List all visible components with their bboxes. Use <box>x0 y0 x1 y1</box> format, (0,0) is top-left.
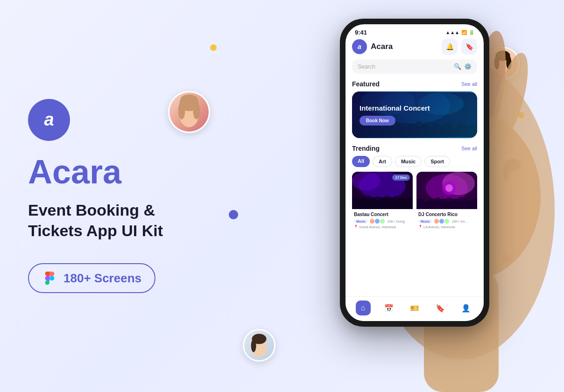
logo-letter: a <box>44 110 54 130</box>
phone-outer: 9:41 ▲▲▲ 📶 🔋 a Acara 🔔 🔖 <box>340 19 489 327</box>
event-attendees-dj: 18K+ Go... <box>434 218 468 224</box>
status-icons: ▲▲▲ 📶 🔋 <box>445 30 474 35</box>
event-info-dj: DJ Concerto Rico Music 18K+ Go... <box>416 209 477 231</box>
svg-point-14 <box>503 165 509 180</box>
screens-count-label: 180+ Screens <box>63 271 141 286</box>
event-card-bastau[interactable]: 17 Dec Bastau Concert Music 20K+ Goin <box>352 172 413 231</box>
figma-icon <box>42 271 57 286</box>
featured-title: Featured <box>352 80 380 88</box>
event-tag-dj: Music <box>418 219 432 224</box>
trending-title: Trending <box>352 145 380 152</box>
trending-see-all[interactable]: See all <box>461 146 477 151</box>
nav-profile[interactable]: 👤 <box>458 301 473 315</box>
tagline: Event Booking &Tickets App UI Kit <box>28 200 243 241</box>
filter-music[interactable]: Music <box>395 156 422 167</box>
search-bar[interactable]: Search 🔍 ⚙️ <box>352 59 477 74</box>
event-card-dj[interactable]: DJ Concerto Rico Music 18K+ Go... <box>416 172 477 231</box>
svg-point-5 <box>180 94 197 105</box>
featured-section-header: Featured See all <box>352 80 477 88</box>
svg-point-59 <box>445 184 453 192</box>
event-name-bastau: Bastau Concert <box>354 212 411 217</box>
app-title: Acara <box>371 42 442 51</box>
filter-sport[interactable]: Sport <box>424 156 450 167</box>
app-header: a Acara 🔔 🔖 <box>352 39 477 55</box>
status-time: 9:41 <box>355 29 367 36</box>
dot-yellow-right <box>518 112 524 119</box>
wifi-icon: 📶 <box>461 30 467 35</box>
event-cards-grid: 17 Dec Bastau Concert Music 20K+ Goin <box>352 172 477 231</box>
bottom-nav: ⌂ 📅 🎫 🔖 👤 <box>345 296 484 321</box>
phone-mockup: 9:41 ▲▲▲ 📶 🔋 a Acara 🔔 🔖 <box>340 19 489 327</box>
calendar-icon: 📅 <box>381 301 396 315</box>
featured-see-all[interactable]: See all <box>461 81 477 87</box>
event-image-dj <box>416 172 477 209</box>
event-attendees-bastau: 20K+ Going <box>369 218 405 224</box>
notification-button[interactable]: 🔔 <box>442 39 458 55</box>
app-logo-small: a <box>352 39 367 54</box>
location-icon-dj: 📍 <box>418 225 423 229</box>
event-date-badge: 17 Dec <box>392 175 410 181</box>
nav-home[interactable]: ⌂ <box>356 301 371 315</box>
svg-point-63 <box>446 197 452 201</box>
event-name-dj: DJ Concerto Rico <box>418 212 475 217</box>
avatar-man-bottom <box>243 329 275 362</box>
svg-point-61 <box>423 197 429 201</box>
filter-icon: ⚙️ <box>464 63 472 70</box>
svg-point-62 <box>435 197 440 200</box>
left-section: a Acara Event Booking &Tickets App UI Ki… <box>28 0 243 392</box>
svg-point-47 <box>352 172 380 190</box>
featured-card[interactable]: International Concert Book Now <box>352 91 477 138</box>
event-meta-bastau: Music 20K+ Going <box>354 218 411 224</box>
filter-all[interactable]: All <box>352 156 370 167</box>
dot-red-right <box>502 254 510 263</box>
avatar-asian-woman <box>486 47 520 80</box>
svg-point-50 <box>366 196 371 199</box>
svg-point-4 <box>193 102 200 119</box>
search-placeholder: Search <box>358 63 450 70</box>
svg-point-65 <box>467 198 473 201</box>
event-info-bastau: Bastau Concert Music 20K+ Going <box>352 209 413 231</box>
attendee-avatar-3 <box>380 218 385 224</box>
screens-badge[interactable]: 180+ Screens <box>28 263 155 293</box>
svg-point-18 <box>251 339 256 352</box>
bookmark-button[interactable]: 🔖 <box>461 39 477 55</box>
signal-icon: ▲▲▲ <box>445 30 459 35</box>
location-icon: 📍 <box>354 225 358 229</box>
nav-ticket[interactable]: 🎫 <box>407 301 422 315</box>
svg-point-64 <box>458 197 464 201</box>
ticket-icon: 🎫 <box>407 301 422 315</box>
svg-point-49 <box>356 196 362 200</box>
search-icons: 🔍 ⚙️ <box>454 63 472 70</box>
svg-point-52 <box>384 196 390 199</box>
attendee-avatar-dj-3 <box>444 218 450 224</box>
event-tag-bastau: Music <box>354 219 368 224</box>
app-name: Acara <box>28 155 243 189</box>
filter-pills: All Art Music Sport <box>352 156 477 167</box>
bookmark-nav-icon: 🔖 <box>433 301 448 315</box>
app-logo: a <box>28 99 70 141</box>
trending-section-header: Trending See all <box>352 145 477 152</box>
event-location-bastau: 📍 Grand Avenue, Indonesia <box>354 225 411 229</box>
featured-event-title: International Concert <box>360 104 470 112</box>
avatar-woman <box>168 91 210 133</box>
svg-point-10 <box>506 56 511 70</box>
event-location-dj: 📍 LA Avenue, Indonesia <box>418 225 475 229</box>
featured-overlay: International Concert Book Now <box>352 91 477 138</box>
status-bar: 9:41 ▲▲▲ 📶 🔋 <box>345 24 484 39</box>
book-now-button[interactable]: Book Now <box>360 116 395 126</box>
nav-bookmark[interactable]: 🔖 <box>433 301 448 315</box>
svg-point-9 <box>494 56 500 70</box>
svg-point-54 <box>403 196 409 199</box>
header-buttons: 🔔 🔖 <box>442 39 477 55</box>
nav-calendar[interactable]: 📅 <box>381 301 396 315</box>
app-content: a Acara 🔔 🔖 Search 🔍 ⚙️ <box>345 39 484 231</box>
event-meta-dj: Music 18K+ Go... <box>418 218 475 224</box>
battery-icon: 🔋 <box>469 30 474 35</box>
svg-point-3 <box>178 102 185 119</box>
logo-letter-small: a <box>358 43 361 50</box>
avatar-asian-man <box>494 154 531 191</box>
event-image-bastau: 17 Dec <box>352 172 413 209</box>
filter-art[interactable]: Art <box>373 156 392 167</box>
svg-point-53 <box>393 196 400 200</box>
phone-screen: 9:41 ▲▲▲ 📶 🔋 a Acara 🔔 🔖 <box>345 24 484 321</box>
